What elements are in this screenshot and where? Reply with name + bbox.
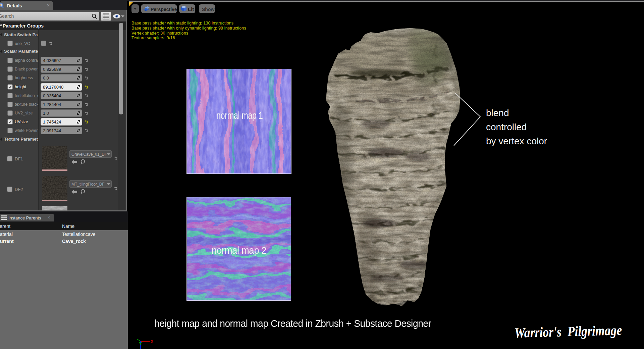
- svg-text:X: X: [151, 339, 154, 344]
- svg-text:Y: Y: [139, 341, 142, 346]
